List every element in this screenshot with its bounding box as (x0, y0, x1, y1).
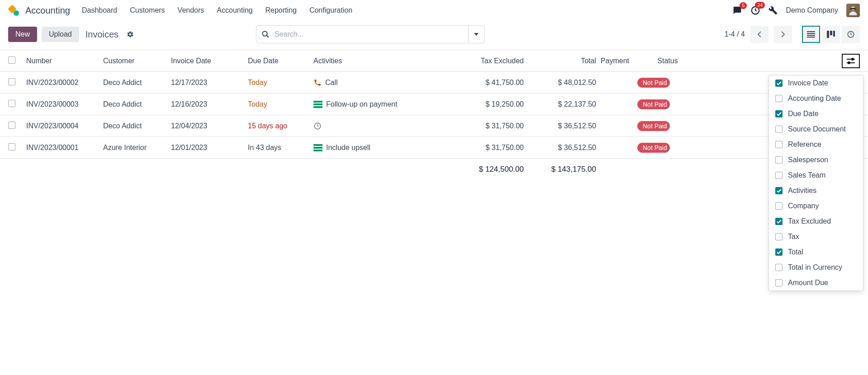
cell-invoice-date: 12/01/2023 (171, 144, 248, 152)
cell-total: $ 36,512.50 (524, 122, 596, 130)
column-option-checkbox[interactable] (775, 110, 783, 117)
view-settings-button[interactable] (127, 31, 134, 38)
table-row[interactable]: INV/2023/00003Deco Addict12/16/2023Today… (0, 94, 868, 115)
footer-total: $ 143,175.00 (524, 165, 596, 174)
messages-button[interactable]: 5 (732, 6, 742, 15)
cell-activity[interactable]: Include upsell (313, 144, 463, 152)
optional-columns-dropdown: Invoice DateAccounting DateDue DateSourc… (768, 75, 863, 180)
list-view-button[interactable] (802, 26, 820, 43)
svg-rect-23 (313, 150, 323, 151)
menu-configuration[interactable]: Configuration (309, 6, 352, 14)
column-option[interactable]: Accounting Date (769, 91, 863, 106)
col-customer[interactable]: Customer (103, 57, 171, 65)
cell-customer: Deco Addict (103, 122, 171, 130)
row-checkbox[interactable] (8, 100, 15, 107)
cell-activity[interactable]: Call (313, 79, 463, 87)
new-button[interactable]: New (8, 27, 37, 42)
kanban-view-button[interactable] (822, 26, 840, 43)
menu-accounting[interactable]: Accounting (217, 6, 252, 14)
cell-tax-excluded: $ 41,750.00 (463, 79, 524, 87)
pager-next-button[interactable] (774, 26, 792, 43)
activities-badge: 24 (755, 2, 765, 9)
user-avatar[interactable] (846, 4, 860, 17)
cell-invoice-date: 12/04/2023 (171, 122, 248, 130)
debug-button[interactable] (768, 6, 778, 15)
menu-reporting[interactable]: Reporting (266, 6, 297, 14)
column-option-checkbox[interactable] (775, 80, 783, 87)
column-option-checkbox[interactable] (775, 126, 783, 133)
table-row[interactable]: INV/2023/00004Deco Addict12/04/202315 da… (0, 115, 868, 137)
top-nav: Accounting Dashboard Customers Vendors A… (0, 0, 868, 21)
row-checkbox[interactable] (8, 78, 15, 85)
svg-rect-19 (313, 106, 323, 108)
row-checkbox[interactable] (8, 143, 15, 150)
col-invoice-date[interactable]: Invoice Date (171, 57, 248, 65)
nav-right: 5 24 Demo Company (732, 4, 860, 17)
chevron-right-icon (781, 31, 785, 38)
svg-point-3 (262, 31, 267, 36)
column-option-checkbox[interactable] (775, 141, 783, 148)
col-activities[interactable]: Activities (313, 57, 463, 65)
col-number[interactable]: Number (26, 57, 103, 65)
menu-dashboard[interactable]: Dashboard (82, 6, 117, 14)
column-option-label: Source Document (788, 125, 846, 133)
select-all-checkbox[interactable] (8, 56, 15, 64)
gear-icon (127, 31, 134, 38)
sliders-icon (847, 58, 855, 64)
svg-rect-5 (807, 31, 815, 32)
activity-label: Call (325, 79, 338, 87)
row-checkbox[interactable] (8, 122, 15, 129)
activity-icon (313, 144, 323, 151)
activity-view-button[interactable] (842, 26, 860, 43)
wrench-icon (768, 6, 778, 15)
col-total[interactable]: Total (524, 57, 596, 65)
cell-activity[interactable]: Follow-up on payment (313, 100, 463, 108)
invoice-table: Number Customer Invoice Date Due Date Ac… (0, 50, 868, 180)
svg-rect-10 (830, 31, 832, 35)
column-option[interactable]: Source Document (769, 122, 863, 137)
upload-button[interactable]: Upload (42, 27, 79, 42)
search-input[interactable] (256, 25, 469, 43)
status-badge: Not Paid (637, 99, 670, 109)
app-logo[interactable] (8, 5, 19, 16)
app-name[interactable]: Accounting (25, 5, 70, 16)
column-option-checkbox[interactable] (775, 156, 783, 164)
column-option[interactable]: Salesperson (769, 152, 863, 168)
cell-activity[interactable] (313, 122, 463, 130)
col-tax-excluded[interactable]: Tax Excluded (463, 57, 524, 65)
column-option-label: Salesperson (788, 156, 828, 164)
cell-invoice-date: 12/17/2023 (171, 79, 248, 87)
svg-rect-8 (807, 37, 815, 38)
activity-icon (313, 101, 323, 108)
company-selector[interactable]: Demo Company (786, 6, 838, 14)
kanban-icon (827, 31, 835, 38)
column-option-checkbox[interactable] (775, 95, 783, 102)
col-due-date[interactable]: Due Date (248, 57, 313, 65)
menu-vendors[interactable]: Vendors (178, 6, 204, 14)
column-option[interactable]: Reference (769, 137, 863, 152)
pager-text[interactable]: 1-4 / 4 (725, 30, 745, 38)
col-payment[interactable]: Payment (596, 57, 629, 65)
table-row[interactable]: INV/2023/00001Azure Interior12/01/2023In… (0, 137, 868, 159)
svg-rect-22 (313, 147, 323, 149)
column-option[interactable]: Due Date (769, 106, 863, 122)
status-badge: Not Paid (637, 78, 670, 88)
svg-point-14 (852, 58, 854, 60)
cell-customer: Deco Addict (103, 79, 171, 87)
activity-icon (313, 79, 322, 87)
table-row[interactable]: INV/2023/00002Deco Addict12/17/2023Today… (0, 72, 868, 94)
column-option-checkbox[interactable] (775, 172, 783, 179)
clock-view-icon (847, 30, 855, 38)
optional-columns-button[interactable] (842, 54, 860, 68)
cell-due-date: Today (248, 79, 313, 87)
search-options-button[interactable] (469, 25, 485, 43)
cell-total: $ 36,512.50 (524, 144, 596, 152)
column-option[interactable]: Sales Team (769, 168, 863, 180)
pager-prev-button[interactable] (750, 26, 768, 43)
activities-button[interactable]: 24 (750, 5, 760, 15)
menu-customers[interactable]: Customers (130, 6, 165, 14)
column-option[interactable]: Invoice Date (769, 75, 863, 91)
column-option-label: Sales Team (788, 171, 825, 179)
col-status[interactable]: Status (629, 57, 706, 65)
activity-label: Include upsell (326, 144, 370, 152)
